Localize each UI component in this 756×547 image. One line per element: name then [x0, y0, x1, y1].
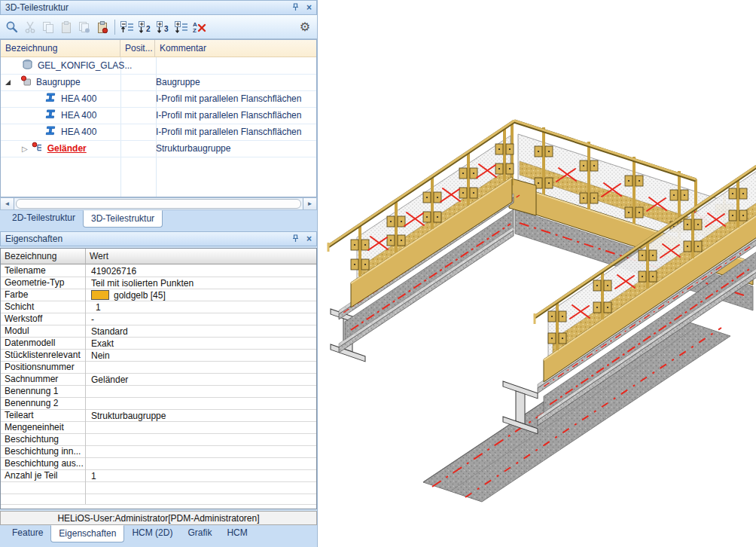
- viewport-3d[interactable]: [317, 0, 756, 547]
- beam-profile-icon: [44, 92, 56, 105]
- tree-item-comment: I-Profil mit parallelen Flanschflächen: [156, 110, 301, 121]
- tree-item-label: Baugruppe: [36, 77, 81, 87]
- copy-with-reference-icon[interactable]: [75, 18, 93, 36]
- tree-row-beam[interactable]: HEA 400 I-Profil mit parallelen Flanschf…: [1, 124, 316, 141]
- property-row[interactable]: Positionsnummer: [1, 361, 316, 374]
- property-row-farbe[interactable]: Farbegoldgelb [45]: [1, 289, 316, 301]
- tab-eigenschaften[interactable]: Eigenschaften: [50, 525, 124, 542]
- tree-item-label: HEA 400: [61, 127, 96, 137]
- svg-text:2: 2: [146, 25, 151, 33]
- application-window: 3D-Teilestruktur × 2: [0, 0, 756, 547]
- zoom-search-icon[interactable]: [3, 18, 21, 36]
- tree-row-assembly[interactable]: Baugruppe Baugruppe: [1, 74, 316, 91]
- properties-panel-title: Eigenschaften: [5, 234, 285, 244]
- tree-row-beam[interactable]: HEA 400 I-Profil mit parallelen Flanschf…: [1, 107, 316, 124]
- structure-tree: Bezeichnung Posit... Kommentar GEL_KONFI…: [0, 39, 317, 197]
- properties-header[interactable]: Bezeichnung Wert: [1, 249, 316, 264]
- tree-item-comment: I-Profil mit parallelen Flanschflächen: [156, 93, 301, 104]
- railing-run-left: [328, 121, 520, 362]
- column-position[interactable]: Posit...: [120, 40, 155, 57]
- property-row[interactable]: Beschichtung aus...: [1, 457, 316, 470]
- drawing-icon: [22, 59, 33, 72]
- svg-text:Z: Z: [193, 27, 197, 34]
- scrollbar-thumb[interactable]: [16, 199, 301, 209]
- property-row[interactable]: Benennung 2: [1, 397, 316, 410]
- tree-item-label: GEL_KONFIG_GLAS...: [38, 60, 132, 71]
- expanded-arrow-icon[interactable]: [5, 80, 11, 85]
- tree-row-beam[interactable]: HEA 400 I-Profil mit parallelen Flanschf…: [1, 90, 316, 108]
- railing-3d-model: [318, 0, 756, 547]
- column-kommentar[interactable]: Kommentar: [155, 40, 316, 57]
- structure-toolbar: 2 3 AZ ⚙: [0, 15, 317, 39]
- bottom-tabstrip: Feature Eigenschaften HCM (2D) Grafik HC…: [0, 525, 317, 547]
- property-row[interactable]: Mengeneinheit: [1, 421, 316, 434]
- pin-icon[interactable]: [291, 3, 300, 13]
- color-swatch: [91, 290, 109, 300]
- property-row[interactable]: Werkstoff-: [1, 313, 316, 325]
- helios-user-status: HELiOS-User:Administrator[PDM-Administra…: [57, 513, 259, 524]
- remove-sorting-icon[interactable]: AZ: [191, 18, 209, 36]
- property-row[interactable]: Beschichtung inn...: [1, 445, 316, 458]
- tree-item-label: Geländer: [47, 143, 87, 154]
- column-bezeichnung[interactable]: Bezeichnung: [1, 249, 86, 264]
- collapse-all-icon[interactable]: [118, 18, 136, 36]
- structure-tabstrip: 2D-Teilestruktur 3D-Teilestruktur: [0, 210, 317, 231]
- tree-header[interactable]: Bezeichnung Posit... Kommentar: [1, 40, 316, 57]
- expand-all-icon[interactable]: [172, 18, 191, 36]
- property-row[interactable]: Teilename419026716: [1, 264, 316, 277]
- tab-hcm-2d[interactable]: HCM (2D): [124, 525, 180, 541]
- properties-panel-titlebar: Eigenschaften ×: [0, 231, 317, 246]
- cut-icon[interactable]: [21, 18, 39, 36]
- tree-item-label: HEA 400: [61, 110, 96, 121]
- property-row[interactable]: ModulStandard: [1, 325, 316, 338]
- tree-item-comment: Baugruppe: [156, 77, 200, 87]
- tab-2d-teilestruktur[interactable]: 2D-Teilestruktur: [5, 210, 83, 226]
- assembly-icon: [20, 75, 32, 89]
- pin-icon[interactable]: [291, 234, 300, 244]
- property-row[interactable]: StücklistenrelevantNein: [1, 349, 316, 362]
- collapsed-arrow-icon[interactable]: ▷: [22, 145, 28, 153]
- close-icon[interactable]: ×: [306, 234, 312, 243]
- property-row[interactable]: Beschichtung: [1, 433, 316, 446]
- beam-profile-icon: [44, 125, 56, 139]
- helios-status-bar: HELiOS-User:Administrator[PDM-Administra…: [0, 511, 317, 525]
- property-row-empty: [1, 481, 316, 494]
- svg-text:3: 3: [164, 25, 169, 33]
- structure-panel-titlebar: 3D-Teilestruktur ×: [0, 0, 317, 15]
- tree-horizontal-scrollbar[interactable]: ◄ ►: [0, 197, 317, 210]
- property-row[interactable]: SachnummerGeländer: [1, 373, 316, 386]
- tree-item-comment: I-Profil mit parallelen Flanschflächen: [156, 127, 301, 137]
- tab-3d-teilestruktur[interactable]: 3D-Teilestruktur: [83, 210, 163, 228]
- property-row-empty: [1, 494, 316, 505]
- tab-hcm[interactable]: HCM: [219, 525, 255, 541]
- structure-assembly-icon: [32, 142, 43, 155]
- paste-with-reference-icon[interactable]: [93, 18, 111, 36]
- properties-table: Bezeichnung Wert Teilename419026716 Geom…: [0, 248, 317, 509]
- tree-row-gelaender[interactable]: ▷ Geländer Strukturbaugruppe: [1, 140, 316, 157]
- expand-level-2-icon[interactable]: 2: [136, 18, 154, 36]
- property-row[interactable]: DatenmodellExakt: [1, 337, 316, 350]
- settings-gear-icon[interactable]: ⚙: [296, 18, 314, 36]
- tree-row-drawing[interactable]: GEL_KONFIG_GLAS...: [1, 57, 316, 75]
- paste-icon[interactable]: [57, 18, 75, 36]
- scroll-right-button[interactable]: ►: [303, 198, 316, 209]
- beam-profile-icon: [44, 108, 56, 122]
- structure-panel-title: 3D-Teilestruktur: [5, 2, 285, 13]
- close-icon[interactable]: ×: [306, 3, 312, 12]
- tab-feature[interactable]: Feature: [5, 525, 50, 541]
- column-bezeichnung[interactable]: Bezeichnung: [1, 40, 120, 57]
- property-row[interactable]: Geometrie-TypTeil mit isolierten Punkten: [1, 277, 316, 289]
- tree-item-comment: Strukturbaugruppe: [156, 143, 230, 154]
- copy-icon[interactable]: [39, 18, 57, 36]
- property-row[interactable]: Anzahl je Teil1: [1, 469, 316, 482]
- tab-grafik[interactable]: Grafik: [180, 525, 219, 541]
- tree-item-label: HEA 400: [61, 93, 96, 104]
- property-row[interactable]: TeileartStrukturbaugruppe: [1, 409, 316, 422]
- toolbar-separator: [114, 20, 115, 35]
- column-wert[interactable]: Wert: [86, 249, 316, 264]
- property-row[interactable]: Benennung 1: [1, 385, 316, 398]
- expand-level-3-icon[interactable]: 3: [154, 18, 172, 36]
- property-row[interactable]: Schicht1: [1, 301, 316, 313]
- scroll-left-button[interactable]: ◄: [1, 198, 14, 209]
